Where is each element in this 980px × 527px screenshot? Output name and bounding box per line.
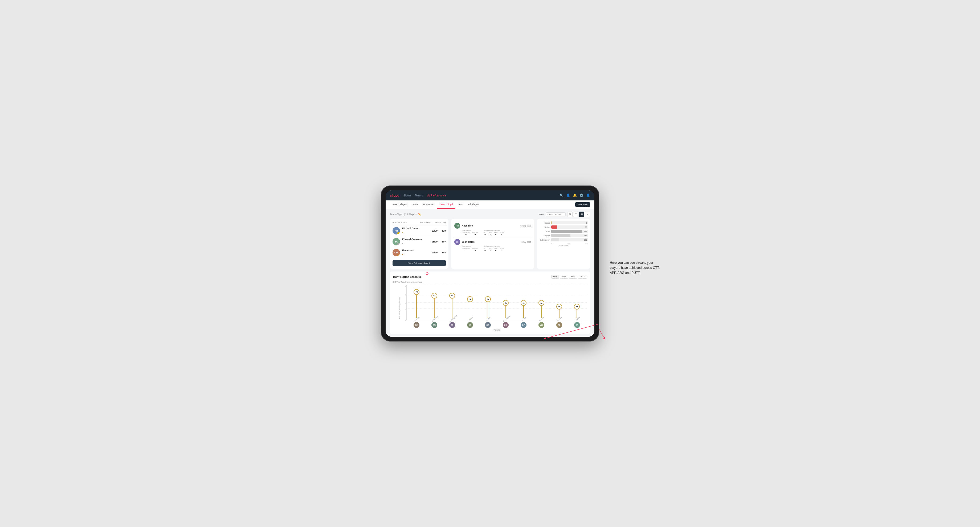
pb-avg-sq-header: PB AVG SQ bbox=[435, 222, 446, 224]
streak-bubble-8: 3x bbox=[556, 304, 562, 310]
bar-track: 311 bbox=[551, 234, 588, 237]
player-name-2: Edward Crossman bbox=[402, 238, 429, 241]
player-name-header: PLAYER NAME bbox=[393, 222, 407, 224]
streak-bubble-7: 4x bbox=[538, 300, 544, 306]
card-view-btn[interactable]: ▦ bbox=[579, 211, 584, 217]
streak-bar-col-7: 4x M. Miller bbox=[536, 303, 546, 320]
bar-track: 3 bbox=[551, 221, 588, 224]
streak-bubble-4: 5x bbox=[485, 296, 491, 302]
streak-avatars-row: EEBMDBJCRBECDFMMRBCQ bbox=[406, 321, 587, 328]
subnav-tour[interactable]: Tour bbox=[455, 200, 466, 209]
bar-fill bbox=[551, 234, 570, 237]
player-row-2[interactable]: EC 2 Edward Crossman ♥ 18/20 107 bbox=[393, 236, 446, 247]
filter-ott[interactable]: OTT bbox=[551, 275, 559, 279]
app-logo: clippd bbox=[390, 194, 399, 197]
pc-stats-josh: Total Rounds Tournament 7 Practice bbox=[454, 246, 531, 252]
chart-x-title: Total Shots bbox=[539, 244, 588, 246]
bar-track: 499 bbox=[551, 230, 588, 233]
bar-row-pars: Pars 499 bbox=[539, 230, 588, 233]
player-row-1[interactable]: RB 1 Richard Butler ♥ 19/20 110 bbox=[393, 225, 446, 236]
bar-chart: Eagles 3 Birdies 96 Pars 499 Bogeys 311 bbox=[539, 221, 588, 241]
user-icon[interactable]: 👤 bbox=[566, 194, 570, 197]
players-panel: RB Rees Britt 02 Sep 2023 Total Rounds T… bbox=[451, 219, 534, 269]
team-title: Team Clippd | 14 Players bbox=[390, 213, 417, 216]
streak-bubble-0: 7x bbox=[414, 289, 419, 295]
rank-badge-3: 3 bbox=[397, 254, 400, 256]
bar-value: 499 bbox=[584, 230, 587, 232]
streak-line-7: 4x bbox=[541, 303, 542, 318]
period-select[interactable]: Last 3 months Last 6 months Last year bbox=[546, 213, 566, 216]
search-icon[interactable]: 🔍 bbox=[560, 194, 563, 197]
streak-bubble-9: 3x bbox=[574, 304, 580, 310]
bell-icon[interactable]: 🔔 bbox=[573, 194, 577, 197]
nav-home[interactable]: Home bbox=[404, 194, 411, 197]
filter-arg[interactable]: ARG bbox=[569, 275, 577, 279]
filter-putt[interactable]: PUTT bbox=[578, 275, 587, 279]
player-row-3[interactable]: CM 3 Cameron... ♥ 17/20 103 bbox=[393, 247, 446, 258]
subnav-pgat[interactable]: PGAT Players bbox=[390, 200, 410, 209]
streak-chart: 0 2 4 6 8 7x E. Ebert bbox=[406, 285, 587, 331]
chart-area: 0 2 4 6 8 7x E. Ebert bbox=[406, 285, 587, 320]
svg-line-2 bbox=[599, 329, 605, 338]
streak-avatar-8: RB bbox=[556, 322, 562, 328]
settings-icon[interactable]: ⚙️ bbox=[579, 194, 584, 197]
edit-icon[interactable]: ✏️ bbox=[418, 213, 421, 216]
streak-bars-container: 7x E. Ebert 6x B. McHarg 6x D. Billingha… bbox=[407, 285, 587, 320]
bar-row-birdies: Birdies 96 bbox=[539, 225, 588, 229]
y-axis-label: Best Streak, Fairway Accuracy bbox=[399, 298, 401, 319]
streak-bar-col-5: 4x E. Crossman bbox=[501, 303, 511, 320]
x-axis-label: Players bbox=[406, 329, 587, 331]
nav-my-performance[interactable]: My Performance bbox=[426, 194, 446, 197]
streak-bar-col-4: 5x R. Britt bbox=[483, 300, 493, 320]
streak-bubble-1: 6x bbox=[431, 293, 437, 298]
streaks-subtitle: Off The Tee, Fairway Accuracy bbox=[393, 281, 587, 283]
streak-bar-col-0: 7x E. Ebert bbox=[412, 292, 421, 320]
bar-label: Birdies bbox=[539, 226, 550, 228]
streak-bar-col-8: 3x R. Butler bbox=[554, 307, 564, 320]
rank-badge-1: 1 bbox=[397, 232, 400, 235]
avatar-icon[interactable]: 👤 bbox=[586, 194, 590, 197]
filter-app[interactable]: APP bbox=[560, 275, 568, 279]
list-view-btn[interactable]: ☰ bbox=[573, 211, 578, 217]
subnav-hcaps[interactable]: Hcaps 1-5 bbox=[420, 200, 437, 209]
svg-point-0 bbox=[426, 273, 428, 275]
pb-avg-sq-1: 110 bbox=[442, 229, 446, 232]
grid-view-btn[interactable]: ⊞ bbox=[567, 211, 573, 217]
pb-score-1: 19/20 bbox=[431, 229, 438, 232]
streak-avatar-2: DB bbox=[449, 322, 455, 328]
streak-bar-col-3: 5x J. Coles bbox=[465, 300, 475, 320]
team-header: Team Clippd | 14 Players ✏️ Show Last 3 … bbox=[390, 211, 590, 217]
tablet-device: clippd Home Teams My Performance 🔍 👤 🔔 ⚙… bbox=[381, 186, 599, 341]
pc-stats-rees: Total Rounds Tournament 8 Practice bbox=[454, 230, 531, 236]
streak-avatar-4: RB bbox=[485, 322, 491, 328]
pc-avatar-rees: RB bbox=[454, 223, 460, 229]
bar-label: Pars bbox=[539, 230, 550, 232]
sub-nav: PGAT Players PGA Hcaps 1-5 Team Clippd T… bbox=[386, 200, 594, 209]
main-nav: Home Teams My Performance bbox=[404, 194, 446, 197]
nav-teams[interactable]: Teams bbox=[415, 194, 423, 197]
tablet-screen: clippd Home Teams My Performance 🔍 👤 🔔 ⚙… bbox=[386, 190, 594, 337]
streak-avatar-6: DF bbox=[520, 322, 527, 328]
subnav-all-players[interactable]: All Players bbox=[466, 200, 482, 209]
y-axis-label-container: Best Streak, Fairway Accuracy bbox=[393, 285, 406, 331]
bar-label: Eagles bbox=[539, 222, 550, 224]
streak-chart-wrapper: Best Streak, Fairway Accuracy 0 2 4 bbox=[393, 285, 587, 331]
bar-value: 311 bbox=[584, 235, 587, 237]
player-scores-1: 19/20 110 bbox=[431, 229, 446, 232]
table-view-btn[interactable]: ≡ bbox=[585, 211, 590, 217]
view-leaderboard-button[interactable]: View Full Leaderboard bbox=[393, 260, 446, 266]
streak-line-1: 6x bbox=[434, 296, 434, 318]
bar-label: Bogeys bbox=[539, 235, 550, 237]
subnav-team-clippd[interactable]: Team Clippd bbox=[437, 200, 455, 209]
streak-bubble-2: 6x bbox=[449, 293, 455, 298]
player-avatar-3: CM 3 bbox=[393, 249, 400, 256]
streak-bubble-3: 5x bbox=[467, 296, 473, 302]
rounds-label-rees: Total Rounds bbox=[462, 230, 478, 231]
streak-avatar-7: MM bbox=[538, 322, 544, 328]
leaderboard-header: PLAYER NAME PB SCORE PB AVG SQ bbox=[393, 222, 446, 224]
add-team-button[interactable]: Add Team bbox=[575, 202, 590, 207]
subnav-pga[interactable]: PGA bbox=[410, 200, 420, 209]
top-nav: clippd Home Teams My Performance 🔍 👤 🔔 ⚙… bbox=[386, 190, 594, 200]
streak-line-9: 3x bbox=[577, 307, 577, 318]
bar-track: 96 bbox=[551, 225, 588, 229]
